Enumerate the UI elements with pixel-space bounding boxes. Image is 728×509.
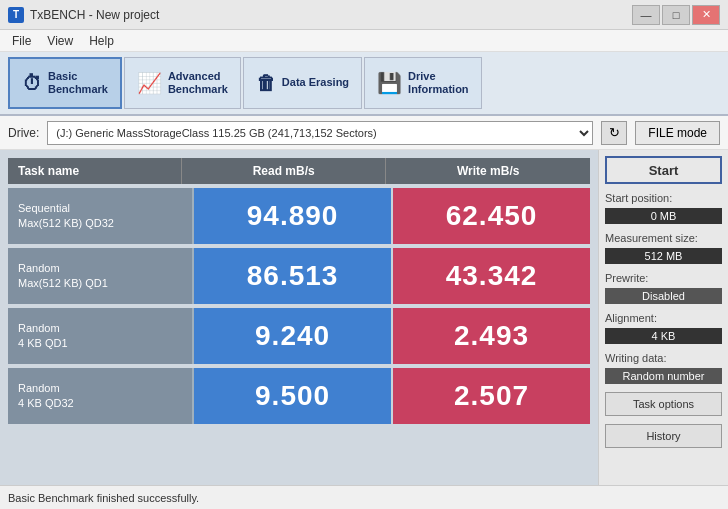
drive-information-icon: 💾: [377, 73, 402, 93]
toolbar-advanced-benchmark[interactable]: 📈 AdvancedBenchmark: [124, 57, 241, 109]
header-write: Write mB/s: [386, 158, 590, 184]
measurement-size-value: 512 MB: [605, 248, 722, 264]
toolbar-drive-information[interactable]: 💾 DriveInformation: [364, 57, 482, 109]
writing-data-value: Random number: [605, 368, 722, 384]
file-mode-button[interactable]: FILE mode: [635, 121, 720, 145]
write-value-1: 62.450: [393, 188, 590, 244]
read-value-4: 9.500: [194, 368, 393, 424]
history-button[interactable]: History: [605, 424, 722, 448]
data-erasing-icon: 🗑: [256, 73, 276, 93]
task-options-button[interactable]: Task options: [605, 392, 722, 416]
basic-benchmark-icon: ⏱: [22, 73, 42, 93]
write-value-4: 2.507: [393, 368, 590, 424]
write-value-3: 2.493: [393, 308, 590, 364]
table-header: Task name Read mB/s Write mB/s: [8, 158, 590, 184]
alignment-value: 4 KB: [605, 328, 722, 344]
title-bar-left: T TxBENCH - New project: [8, 7, 159, 23]
table-row: RandomMax(512 KB) QD1 86.513 43.342: [8, 248, 590, 304]
table-row: Random4 KB QD1 9.240 2.493: [8, 308, 590, 364]
toolbar-data-erasing[interactable]: 🗑 Data Erasing: [243, 57, 362, 109]
task-name-1: SequentialMax(512 KB) QD32: [8, 188, 194, 244]
menu-view[interactable]: View: [39, 32, 81, 50]
status-text: Basic Benchmark finished successfully.: [8, 492, 199, 504]
writing-data-label: Writing data:: [605, 352, 722, 364]
right-panel: Start Start position: 0 MB Measurement s…: [598, 150, 728, 485]
measurement-size-label: Measurement size:: [605, 232, 722, 244]
drive-information-label: DriveInformation: [408, 70, 469, 96]
task-name-2: RandomMax(512 KB) QD1: [8, 248, 194, 304]
close-button[interactable]: ✕: [692, 5, 720, 25]
alignment-label: Alignment:: [605, 312, 722, 324]
menu-bar: File View Help: [0, 30, 728, 52]
data-erasing-label: Data Erasing: [282, 76, 349, 89]
toolbar-basic-benchmark[interactable]: ⏱ BasicBenchmark: [8, 57, 122, 109]
main-area: Task name Read mB/s Write mB/s Sequentia…: [0, 150, 728, 485]
start-position-value: 0 MB: [605, 208, 722, 224]
start-button[interactable]: Start: [605, 156, 722, 184]
benchmark-area: Task name Read mB/s Write mB/s Sequentia…: [0, 150, 598, 485]
start-position-label: Start position:: [605, 192, 722, 204]
header-read: Read mB/s: [182, 158, 387, 184]
header-task: Task name: [8, 158, 182, 184]
drive-row: Drive: (J:) Generic MassStorageClass 115…: [0, 116, 728, 150]
window-controls: — □ ✕: [632, 5, 720, 25]
write-value-2: 43.342: [393, 248, 590, 304]
read-value-1: 94.890: [194, 188, 393, 244]
toolbar: ⏱ BasicBenchmark 📈 AdvancedBenchmark 🗑 D…: [0, 52, 728, 116]
drive-label: Drive:: [8, 126, 39, 140]
table-row: Random4 KB QD32 9.500 2.507: [8, 368, 590, 424]
advanced-benchmark-label: AdvancedBenchmark: [168, 70, 228, 96]
basic-benchmark-label: BasicBenchmark: [48, 70, 108, 96]
app-icon: T: [8, 7, 24, 23]
status-bar: Basic Benchmark finished successfully.: [0, 485, 728, 509]
drive-refresh-button[interactable]: ↻: [601, 121, 627, 145]
read-value-3: 9.240: [194, 308, 393, 364]
window-title: TxBENCH - New project: [30, 8, 159, 22]
title-bar: T TxBENCH - New project — □ ✕: [0, 0, 728, 30]
menu-file[interactable]: File: [4, 32, 39, 50]
prewrite-value: Disabled: [605, 288, 722, 304]
task-name-4: Random4 KB QD32: [8, 368, 194, 424]
prewrite-label: Prewrite:: [605, 272, 722, 284]
restore-button[interactable]: □: [662, 5, 690, 25]
advanced-benchmark-icon: 📈: [137, 73, 162, 93]
minimize-button[interactable]: —: [632, 5, 660, 25]
menu-help[interactable]: Help: [81, 32, 122, 50]
drive-select[interactable]: (J:) Generic MassStorageClass 115.25 GB …: [47, 121, 593, 145]
read-value-2: 86.513: [194, 248, 393, 304]
task-name-3: Random4 KB QD1: [8, 308, 194, 364]
table-row: SequentialMax(512 KB) QD32 94.890 62.450: [8, 188, 590, 244]
